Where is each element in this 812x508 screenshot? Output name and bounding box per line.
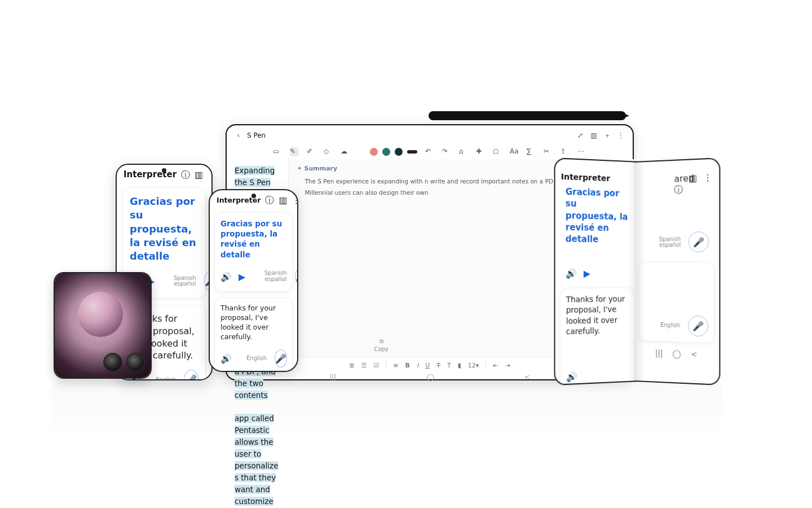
color-palette <box>370 148 417 156</box>
translation-source-card: Gracias por su propuesta, la revisé en d… <box>560 186 635 284</box>
more-vert-icon[interactable]: ⋮ <box>703 172 713 182</box>
stroke-width-icon[interactable] <box>407 150 417 154</box>
nav-back-icon[interactable]: < <box>691 349 698 359</box>
nav-home-icon[interactable]: ◯ <box>672 349 681 358</box>
insert-icon[interactable]: ✚ <box>476 147 485 156</box>
fold-right-screen: ared ⓘ ▥ ⋮ Spanish español 🎤 English <box>634 157 720 386</box>
source-language-selector[interactable]: Spanish español <box>174 275 196 287</box>
bold-icon[interactable]: B <box>405 362 409 369</box>
s-pen-stylus <box>429 111 626 120</box>
more-vert-icon[interactable]: ⋮ <box>208 169 213 179</box>
color-swatch-2[interactable] <box>382 148 390 156</box>
panel-icon[interactable]: ▥ <box>589 130 599 141</box>
indent-dec-icon[interactable]: ⇤ <box>493 362 498 369</box>
translation-target-card-right: English 🎤 <box>639 261 715 343</box>
app-title: Interpreter <box>561 172 634 183</box>
add-icon[interactable]: ＋ <box>602 130 612 141</box>
flip-wallpaper-orb <box>78 292 123 337</box>
fontsize-value[interactable]: 12▾ <box>468 362 479 369</box>
source-text: Gracias por su propuesta, la revisé en d… <box>566 186 629 246</box>
play-icon[interactable]: ▶ <box>239 271 249 282</box>
speaker-icon[interactable]: 🔊 <box>566 371 576 382</box>
info-icon[interactable]: ⓘ <box>265 195 274 205</box>
layout-toggle-icon[interactable]: ▥ <box>279 195 287 205</box>
source-language-selector[interactable]: Spanish español <box>659 236 681 248</box>
eraser-tool-icon[interactable]: ◇ <box>324 147 333 156</box>
source-text: Gracias por su propuesta, la revisé en d… <box>220 218 286 260</box>
app-title: Interpreter <box>123 169 176 179</box>
align-icon[interactable]: ≡ <box>393 362 398 369</box>
source-language-selector[interactable]: Spanish español <box>264 270 287 282</box>
math-icon[interactable]: ∑ <box>527 147 536 156</box>
options-icon[interactable]: ⋯ <box>577 147 586 156</box>
nav-recent-icon[interactable]: ||| <box>655 348 663 358</box>
nav-back-icon[interactable]: < <box>524 373 530 381</box>
info-icon[interactable]: ⓘ <box>181 169 190 179</box>
expand-icon[interactable]: ⤢ <box>575 130 585 141</box>
strike-icon[interactable]: T <box>436 362 440 369</box>
phone-small: Interpreter ⓘ ▥ ⋮ Gracias por su propues… <box>209 189 298 372</box>
tablet-header: ‹ S Pen ⤢ ▥ ＋ ⋮ <box>227 125 633 144</box>
fold-left-screen: Interpreter Gracias por su propuesta, la… <box>554 157 640 386</box>
color-swatch-3[interactable] <box>395 148 403 156</box>
camera-notch <box>162 168 166 173</box>
list-bullet-icon[interactable]: ≣ <box>349 362 354 369</box>
info-icon[interactable]: ared ⓘ <box>674 173 684 183</box>
translation-target-card: Thanks for your proposal, I've looked it… <box>214 297 293 372</box>
mic-button[interactable]: 🎤 <box>275 349 287 367</box>
flip-camera-module <box>103 353 145 372</box>
camera-lens-icon <box>103 353 122 372</box>
shape-tool-icon[interactable]: ☁ <box>341 147 350 156</box>
translation-source-card: Gracias por su propuesta, la revisé en d… <box>214 212 293 292</box>
target-language-selector[interactable]: English <box>660 322 680 329</box>
mic-button[interactable]: 🎤 <box>689 231 709 252</box>
italic-icon[interactable]: I <box>417 362 418 369</box>
mic-button[interactable]: 🎤 <box>688 316 708 337</box>
fold-system-nav: ||| ◯ < <box>634 344 719 363</box>
textcolor-icon[interactable]: T <box>447 362 451 369</box>
target-text: Thanks for your proposal, I've looked it… <box>566 294 629 336</box>
back-chevron-icon[interactable]: ‹ <box>233 130 244 141</box>
export-icon[interactable]: ⇪ <box>561 147 570 156</box>
highlighter-tool-icon[interactable]: ✐ <box>307 147 316 156</box>
camera-lens-icon <box>126 353 145 372</box>
camera-notch <box>251 194 256 198</box>
reflection-gradient <box>51 382 722 438</box>
format-icon[interactable]: Aa <box>510 147 519 156</box>
layout-toggle-icon[interactable]: ▥ <box>195 169 203 179</box>
mic-button[interactable]: 🎤 <box>184 370 198 380</box>
tablet-title: S Pen <box>247 132 266 139</box>
translation-target-card: Thanks for your proposal, I've looked it… <box>560 287 635 386</box>
pen-tool-icon[interactable]: ✎ <box>290 147 299 156</box>
select-tool-icon[interactable]: ▭ <box>273 147 282 156</box>
clip-icon[interactable]: ✂ <box>544 147 553 156</box>
mic-button[interactable]: 🎤 <box>295 268 299 286</box>
undo-icon[interactable]: ↶ <box>425 147 434 156</box>
nav-recent-icon[interactable]: ||| <box>329 373 336 381</box>
underline-icon[interactable]: U <box>425 362 430 369</box>
fold-device: Interpreter Gracias por su propuesta, la… <box>553 161 722 382</box>
speaker-icon[interactable]: 🔊 <box>566 268 576 279</box>
redo-icon[interactable]: ↷ <box>442 147 451 156</box>
flip-phone-cover <box>54 272 152 379</box>
play-icon[interactable]: ▶ <box>584 268 594 278</box>
target-language-selector[interactable]: English <box>156 377 176 380</box>
list-number-icon[interactable]: ☰ <box>361 362 367 369</box>
source-text: Gracias por su propuesta, la revisé en d… <box>130 195 198 263</box>
list-check-icon[interactable]: ☑ <box>373 362 379 369</box>
doc-line: app called Pentastic allows the user to … <box>235 414 278 470</box>
layout-toggle-icon[interactable]: ▥ <box>689 172 699 183</box>
attach-icon[interactable]: ⌂ <box>459 147 468 156</box>
highlightcolor-icon[interactable]: ▮ <box>458 362 461 369</box>
stamp-icon[interactable]: ☖ <box>493 147 502 156</box>
summary-copy-button[interactable]: ⧉Copy <box>374 338 388 352</box>
nav-home-icon[interactable]: ◯ <box>426 373 434 381</box>
color-swatch-1[interactable] <box>370 148 378 156</box>
speaker-icon[interactable]: 🔊 <box>220 271 231 282</box>
more-vert-icon[interactable]: ⋮ <box>616 130 626 141</box>
indent-inc-icon[interactable]: ⇥ <box>505 362 510 369</box>
target-language-selector[interactable]: English <box>246 356 267 362</box>
translation-source-card-right: Spanish español 🎤 <box>639 190 715 259</box>
speaker-icon[interactable]: 🔊 <box>220 353 231 364</box>
target-text: Thanks for your proposal, I've looked it… <box>220 304 286 342</box>
